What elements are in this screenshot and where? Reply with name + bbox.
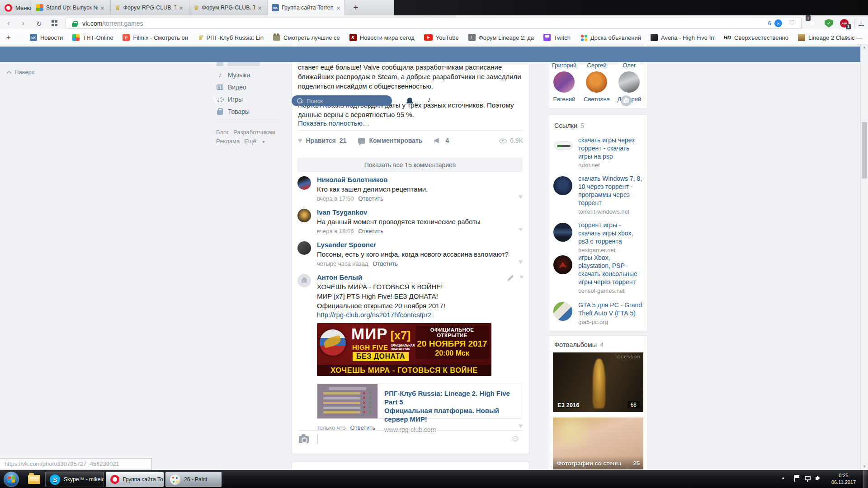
sidebar-item-music[interactable]: Музыка — [216, 69, 288, 81]
attach-photo-icon[interactable] — [299, 436, 309, 443]
comment-author-link[interactable]: Lysander Spooner — [317, 240, 511, 249]
comment-button[interactable]: Комментировать — [358, 137, 422, 144]
download-icon[interactable] — [858, 19, 864, 26]
friend-avatar[interactable] — [618, 71, 640, 93]
albums-header[interactable]: Фотоальбомы4 — [554, 341, 604, 348]
link-item[interactable]: игры Xbox, playstation, PSP - скачать ко… — [553, 253, 643, 294]
tab-close-icon[interactable] — [100, 5, 104, 11]
show-more-link[interactable]: Показать полностью… — [298, 119, 369, 127]
bookmark-heart-icon[interactable] — [789, 19, 795, 27]
taskbar-clock[interactable]: 0:25 06.11.2017 — [827, 472, 860, 486]
taskbar-button-skype[interactable]: Skype™ - mikeloj... — [45, 472, 104, 487]
new-tab-button[interactable] — [351, 3, 361, 13]
link-item[interactable]: скачать игры через торрент - скачать игр… — [553, 136, 643, 169]
opera-menu-button[interactable]: Меню — [5, 2, 31, 13]
emoji-icon[interactable] — [511, 433, 520, 444]
bookmark-lineage-forum[interactable]: Форум Lineage 2: да — [468, 34, 534, 41]
footer-link-more[interactable]: Ещё — [244, 138, 269, 145]
bookmark-news[interactable]: Новости мира сегод — [349, 34, 415, 41]
friend-name[interactable]: Григорий — [549, 62, 579, 69]
taskbar-button-paint[interactable]: 26 - Paint — [165, 472, 222, 487]
tab-close-icon[interactable] — [258, 5, 262, 11]
friend-avatar[interactable] — [586, 71, 607, 93]
link-item[interactable]: торрент игры - скачать игры xbox, ps3 с … — [553, 221, 643, 253]
bookmark-lineage-classic[interactable]: Lineage 2 Classic — — [798, 34, 862, 41]
back-to-top-link[interactable]: Наверх — [7, 69, 34, 75]
music-note-icon[interactable] — [427, 95, 431, 104]
search-input[interactable]: Поиск — [292, 95, 392, 106]
volume-icon[interactable] — [816, 475, 822, 481]
friend-name[interactable]: Олег — [614, 62, 644, 69]
bookmark-filmix[interactable]: Filmix - Смотреть он — [123, 34, 188, 41]
bookmark-vk-novosti[interactable]: Новости — [30, 34, 63, 41]
friend-name[interactable]: Евгений — [549, 96, 579, 103]
bookmark-twitch[interactable]: Twitch — [543, 34, 571, 41]
comment-like-icon[interactable] — [519, 192, 523, 200]
tab-vk-active[interactable]: Группа сайта Torrent-Gam — [268, 0, 344, 15]
bookmark-tnt[interactable]: ТНТ-Online — [72, 34, 113, 41]
footer-link-developers[interactable]: Разработчикам — [233, 129, 275, 136]
user-menu[interactable]: Антон — [601, 95, 637, 106]
adblock-plus-icon[interactable]: 1 — [840, 19, 849, 28]
shield-extension-icon[interactable] — [825, 19, 833, 28]
avatar[interactable] — [297, 241, 311, 255]
reply-link[interactable]: Ответить — [358, 195, 383, 202]
share-button[interactable]: 4 — [434, 137, 449, 144]
promo-banner-image[interactable]: МИР[x7] HIGH FIVE ОФИЦИАЛЬНАЯПЛАТФОРМА Б… — [317, 323, 491, 376]
footer-link-blog[interactable]: Блог — [216, 129, 229, 136]
reply-link[interactable]: Ответить — [358, 228, 383, 235]
network-icon[interactable] — [805, 476, 811, 480]
tray-hidden-icons-arrow[interactable] — [782, 475, 784, 480]
vk-logo[interactable]: VK — [213, 95, 225, 105]
album-photo[interactable]: Фотографии со стены25 — [553, 418, 643, 469]
tab-close-icon[interactable] — [336, 5, 340, 11]
links-header[interactable]: Ссылки5 — [554, 122, 584, 129]
notifications-bell-icon[interactable] — [406, 97, 413, 104]
avatar-placeholder[interactable] — [297, 274, 311, 287]
footer-link-ads[interactable]: Реклама — [216, 138, 240, 145]
scrollbar-thumb[interactable] — [862, 122, 867, 178]
bookmark-supernatural[interactable]: Сверхъестественно — [723, 34, 788, 41]
link-item[interactable]: скачать Windows 7, 8, 10 через торрент -… — [553, 174, 643, 215]
comment-input[interactable] — [315, 432, 506, 446]
scrollbar-up-arrow[interactable]: ▲ — [863, 46, 866, 49]
bookmark-movies[interactable]: Смотреть лучшие се — [273, 34, 340, 41]
vk-extension-icon[interactable] — [774, 19, 782, 27]
friend-name[interactable]: Сергей — [582, 62, 612, 69]
reload-icon[interactable] — [36, 19, 42, 29]
comment-author-link[interactable]: Николай Болотников — [317, 175, 511, 184]
tab-standup[interactable]: Stand Up: Выпуск №108 с — [32, 0, 108, 15]
comment-link[interactable]: http://rpg-club.org/ns2017hfcontestpr2 — [317, 310, 511, 319]
comment-like-icon[interactable] — [519, 225, 523, 233]
show-desktop-button[interactable] — [863, 470, 868, 488]
sidebar-item-video[interactable]: Видео — [216, 81, 288, 93]
like-button[interactable]: Нравится21 — [298, 137, 346, 144]
comment-like-icon[interactable] — [519, 258, 523, 265]
sidebar-item-games[interactable]: Игры — [216, 93, 288, 105]
url-field[interactable]: vk.com/torrent.games 6 — [66, 18, 802, 29]
bookmark-rpg-club[interactable]: РПГ-Клуб Russia: Lin — [198, 34, 264, 41]
tab-forum-rpg-1[interactable]: Форум RPG-CLUB. Тема: — [110, 0, 187, 15]
sidebar-item-goods[interactable]: Товары — [216, 105, 288, 117]
delete-comment-icon[interactable] — [519, 273, 524, 281]
bookmark-youtube[interactable]: YouTube — [424, 34, 459, 41]
forward-icon[interactable] — [22, 18, 24, 28]
scrollbar-track[interactable] — [860, 44, 868, 470]
link-preview[interactable]: РПГ-Клуб Russia: Lineage 2. High Five Pa… — [317, 384, 521, 419]
avatar[interactable] — [297, 209, 311, 222]
album-photo[interactable]: CCESSOR E3 2016 68 — [553, 352, 643, 412]
bookmarks-overflow-icon[interactable] — [844, 33, 848, 41]
speed-dial-icon[interactable] — [52, 20, 58, 27]
start-button[interactable] — [4, 472, 19, 487]
comment-author-link[interactable]: Ivan Tsygankov — [317, 208, 511, 217]
back-icon[interactable] — [7, 18, 10, 28]
taskbar-button-opera[interactable]: Группа сайта Tor... — [106, 472, 164, 487]
bookmark-averia[interactable]: Averia - High Five In — [651, 34, 714, 41]
comment-like-icon[interactable] — [519, 422, 523, 429]
tab-forum-rpg-2[interactable]: Форум RPG-CLUB. Тема: — [189, 0, 266, 15]
friend-avatar[interactable] — [553, 71, 575, 93]
reply-link[interactable]: Ответить — [373, 260, 398, 267]
bookmark-board[interactable]: Доска объявлений — [580, 34, 641, 41]
explorer-icon[interactable] — [28, 475, 40, 484]
action-center-flag-icon[interactable] — [794, 475, 800, 482]
